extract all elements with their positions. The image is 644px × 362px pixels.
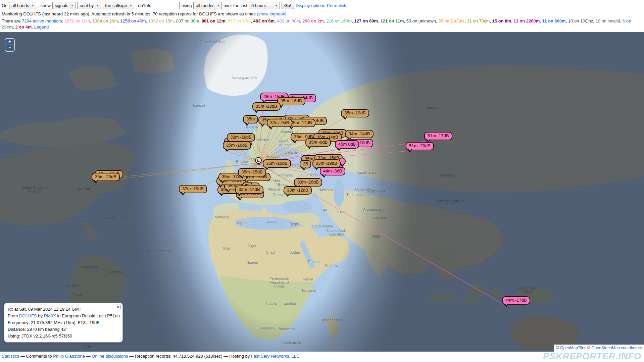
- modes-select[interactable]: all modes: [193, 2, 222, 9]
- signals-select-value: signals: [55, 3, 68, 8]
- using-label: using: [181, 3, 192, 8]
- show-label: , show: [38, 3, 51, 8]
- reception-report-balloon[interactable]: 35m -13dB: [252, 102, 281, 111]
- monitor-count: 1384 on 20m: [92, 18, 118, 23]
- modes-select-value: all modes: [196, 3, 214, 8]
- separator: —: [86, 354, 91, 359]
- close-icon[interactable]: ✕: [116, 305, 120, 309]
- go-button[interactable]: Go!: [282, 2, 294, 9]
- separator: —: [129, 354, 134, 359]
- monitors-line: There are 7294 active monitors: 1672 on …: [2, 18, 642, 30]
- reception-report-balloon[interactable]: 35m -15dB: [238, 168, 266, 176]
- map[interactable]: Greenland SeaNorwegian SeaIcelandNorwayS…: [0, 32, 644, 352]
- monitor-count: 31 on 70cm: [467, 18, 490, 23]
- show-logbook-link[interactable]: (show logbook).: [257, 11, 288, 16]
- reception-report-balloon[interactable]: 32m -14dB: [235, 186, 263, 194]
- reception-report-balloon[interactable]: 33m -19dB: [312, 159, 341, 168]
- callsign-input[interactable]: [136, 2, 180, 9]
- reception-records: Reception records: 44,718,524,928 (518/s…: [135, 354, 222, 359]
- bands-select-value: all bands: [11, 3, 29, 8]
- callsign-mode-select[interactable]: the callsign: [103, 2, 134, 9]
- rx-callsign-link[interactable]: RM9X: [44, 313, 56, 318]
- popup-distance: Distance: 2870 km bearing 42°: [8, 326, 119, 332]
- hosting-link[interactable]: Fast Serv Networks, LLC: [251, 354, 300, 359]
- chevron-down-icon: [96, 5, 99, 7]
- zoom-out-button[interactable]: −: [5, 45, 14, 51]
- permalink-link[interactable]: Permalink: [327, 3, 346, 8]
- reception-report-balloon[interactable]: 45m 0dB: [335, 140, 359, 149]
- copyright-icon: ©: [556, 346, 559, 350]
- on-label: On: [2, 3, 7, 8]
- sentby-select[interactable]: sent by: [77, 2, 101, 9]
- active-monitors-link[interactable]: 7294 active monitors: [22, 18, 62, 23]
- reception-report-balloon[interactable]: 44m -17dB: [502, 296, 530, 305]
- philip-gladstone-link[interactable]: Philip Gladstone: [53, 354, 85, 359]
- display-options-link[interactable]: Display options: [296, 3, 325, 8]
- monitor-count: 567 on 17m: [228, 18, 251, 23]
- reception-report-balloon[interactable]: 32m -9dB: [267, 119, 292, 127]
- separator: —: [224, 354, 228, 359]
- reception-report-balloon[interactable]: 33m -16dB: [294, 178, 322, 187]
- reception-report-balloon[interactable]: 35m -16dB: [263, 159, 291, 168]
- reception-report-balloon[interactable]: 32m -18dB: [227, 133, 255, 142]
- reception-report-balloon[interactable]: 44m -3dB: [320, 167, 345, 175]
- tx-callsign-link[interactable]: DO1HFS: [19, 313, 37, 318]
- signals-select[interactable]: signals: [52, 2, 76, 9]
- map-attribution: © OpenMapTiles © OpenStreetMap contribut…: [554, 345, 644, 352]
- separator: —: [20, 354, 25, 359]
- bands-select[interactable]: all bands: [9, 2, 36, 9]
- popup-from-line: From DO1HFS by RM9X in European Russia L…: [8, 313, 119, 319]
- chevron-down-icon: [275, 5, 278, 7]
- monitor-count: 13 on 2200m: [513, 18, 540, 23]
- footer: Statistics — Comments to Philip Gladston…: [0, 352, 644, 362]
- reception-report-balloon[interactable]: 51m -20dB: [406, 142, 434, 150]
- overlast-label: over the last: [224, 3, 247, 8]
- reception-report-balloon[interactable]: 35m -16dB: [223, 141, 251, 150]
- monitor-count: 121 on 11m: [380, 18, 404, 23]
- reception-report-balloon[interactable]: 37m -19dB: [179, 185, 207, 193]
- monitored-station-marker[interactable]: L: [255, 157, 262, 164]
- reception-report-balloon[interactable]: 34m -14dB: [345, 130, 374, 138]
- zoom-in-button[interactable]: +: [5, 39, 14, 45]
- duration-select[interactable]: 6 hours: [249, 2, 280, 9]
- monitoring-text: Monitoring DO1HFS (last heard 32 mins ag…: [2, 11, 257, 16]
- monitor-count: 11 on 600m: [542, 18, 565, 23]
- zoom-control: + −: [5, 38, 15, 52]
- reception-report-balloon[interactable]: 35m -9dB: [305, 138, 331, 147]
- legend-link[interactable]: Legend: [34, 24, 49, 30]
- monitor-count: 1258 on 40m: [120, 18, 146, 23]
- monitor-count: 10 on 10Ghz: [568, 18, 593, 23]
- monitors-prefix: There are: [2, 18, 22, 23]
- monitor-count: 35 on 2.4Ghz: [438, 18, 464, 23]
- popup-frequency: Frequency: 21.075.382 MHz (15m), FT8, -1…: [8, 319, 119, 326]
- reception-report-balloon[interactable]: 35m -19dB: [341, 109, 369, 117]
- reception-report-balloon[interactable]: 35m: [243, 115, 258, 123]
- reception-report-balloon[interactable]: 35: [300, 160, 311, 168]
- chevron-down-icon: [32, 5, 34, 7]
- pskreporter-watermark: PSKREPORTER.INFO: [543, 351, 641, 362]
- openstreetmap-link[interactable]: OpenStreetMap contributors: [591, 346, 642, 350]
- comments-prefix: Comments to: [26, 354, 52, 359]
- monitor-count: 483 on 6m: [253, 18, 275, 23]
- online-discussions-link[interactable]: Online discussions: [92, 354, 128, 359]
- monitor-count: 1032 on 15m: [148, 18, 174, 23]
- reception-report-balloon[interactable]: 51m -17dB: [424, 132, 452, 140]
- popup-software: Using: JTDX v2.2.160-rc5 57f350: [8, 333, 119, 339]
- monitor-count: 127 on 60m: [354, 18, 378, 23]
- by-label: by: [38, 313, 43, 318]
- statistics-link[interactable]: Statistics: [2, 354, 19, 359]
- monitor-counts: 1672 on 10m, 1384 on 20m, 1258 on 40m, 1…: [2, 18, 631, 30]
- monitor-count: 10 on invalid: [596, 18, 620, 23]
- chevron-down-icon: [217, 5, 220, 7]
- reception-report-balloon[interactable]: 35m -16dB: [277, 97, 305, 105]
- duration-select-value: 6 hours: [251, 3, 266, 8]
- reception-report-balloon[interactable]: 35m -20dB: [92, 173, 120, 181]
- monitor-count: 53 on unknown: [406, 18, 436, 23]
- toolbar: On all bands , show signals sent by the …: [0, 0, 644, 32]
- reception-report-balloon[interactable]: 33m -12dB: [284, 186, 312, 195]
- popup-rx-time: Rx at Sat, 09 Mar 2024 11:19:14 GMT: [8, 306, 119, 312]
- openmaptiles-link[interactable]: OpenMapTiles: [560, 346, 586, 350]
- status-line: Monitoring DO1HFS (last heard 32 mins ag…: [2, 11, 642, 17]
- callsign-mode-value: the callsign: [105, 3, 127, 8]
- reception-detail-popup: ✕ Rx at Sat, 09 Mar 2024 11:19:14 GMT Fr…: [4, 303, 123, 343]
